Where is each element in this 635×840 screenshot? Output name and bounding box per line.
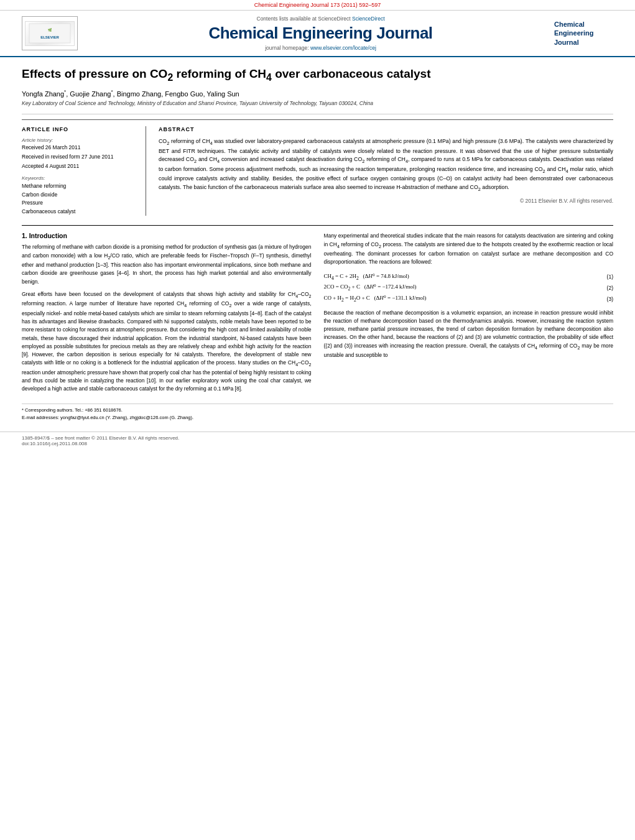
history-label: Article history: — [22, 137, 136, 143]
svg-text:🌿: 🌿 — [48, 28, 52, 32]
sciencedirect-link: Contents lists available at ScienceDirec… — [87, 16, 554, 22]
eq3-number: (3) — [595, 296, 613, 302]
journal-title: Chemical Engineering Journal — [87, 24, 554, 43]
revised-date: Received in revised form 27 June 2011 — [22, 154, 136, 160]
sciencedirect-url[interactable]: ScienceDirect — [352, 16, 384, 22]
article-info-label: ARTICLE INFO — [22, 126, 136, 132]
article-title: Effects of pressure on CO2 reforming of … — [22, 67, 613, 84]
eq2-number: (2) — [595, 285, 613, 291]
authors: Yongfa Zhang*, Guojie Zhang*, Bingmo Zha… — [22, 89, 613, 98]
issn-line: 1385-8947/$ – see front matter © 2011 El… — [22, 435, 613, 441]
article-info-abstract: ARTICLE INFO Article history: Received 2… — [22, 119, 613, 216]
equations: CH4 = C + 2H2 (ΔH⁰ = 74.8 kJ/mol) (1) 2C… — [324, 273, 614, 303]
footer-email: E-mail addresses: yongfaz@tyut.edu.cn (Y… — [22, 415, 613, 420]
abstract-label: ABSTRACT — [159, 126, 613, 132]
journal-citation: Chemical Engineering Journal 173 (2011) … — [254, 2, 381, 8]
copyright: © 2011 Elsevier B.V. All rights reserved… — [159, 198, 613, 204]
section1-heading: 1. Introduction — [22, 232, 312, 239]
main-content: Effects of pressure on CO2 reforming of … — [0, 57, 635, 432]
right-para1: Many experimental and theoretical studie… — [324, 232, 614, 266]
abstract-text: CO2 reforming of CH4 was studied over la… — [159, 137, 613, 193]
footer-notes: * Corresponding authors. Tel.: +86 351 6… — [22, 404, 613, 420]
logo-graphic: 🌿 ELSEVIER — [25, 21, 75, 46]
elsevier-logo-block: 🌿 ELSEVIER — [12, 16, 87, 50]
journal-citation-bar: Chemical Engineering Journal 173 (2011) … — [0, 0, 635, 11]
elsevier-logo-image: 🌿 ELSEVIER — [22, 16, 78, 50]
homepage-url[interactable]: www.elsevier.com/locate/cej — [310, 45, 376, 51]
svg-text:ELSEVIER: ELSEVIER — [40, 35, 59, 39]
header-left: 🌿 ELSEVIER — [12, 16, 87, 50]
abstract-col: ABSTRACT CO2 reforming of CH4 was studie… — [159, 126, 613, 216]
affiliation: Key Laboratory of Coal Science and Techn… — [22, 100, 613, 106]
intro-para2: Great efforts have been focused on the d… — [22, 290, 312, 394]
journal-title-side: ChemicalEngineeringJournal — [554, 20, 623, 47]
header-right: ChemicalEngineeringJournal — [554, 20, 623, 47]
svg-rect-0 — [29, 24, 70, 43]
equation-1: CH4 = C + 2H2 (ΔH⁰ = 74.8 kJ/mol) (1) — [324, 273, 614, 281]
keywords-label: Keywords: — [22, 175, 136, 181]
keywords-section: Keywords: Methane reforming Carbon dioxi… — [22, 175, 136, 216]
keyword-2: Carbon dioxide — [22, 191, 136, 200]
intro-para1: The reforming of methane with carbon dio… — [22, 243, 312, 285]
body-content: 1. Introduction The reforming of methane… — [22, 225, 613, 397]
received-date: Received 26 March 2011 — [22, 144, 136, 150]
right-para2: Because the reaction of methane decompos… — [324, 309, 614, 360]
journal-header: 🌿 ELSEVIER Contents lists available at S… — [0, 11, 635, 57]
header-center: Contents lists available at ScienceDirec… — [87, 16, 554, 51]
eq3-text: CO + H2 = H2O + C (ΔH⁰ = −131.1 kJ/mol) — [324, 295, 595, 303]
journal-homepage: journal homepage: www.elsevier.com/locat… — [87, 45, 554, 51]
elsevier-svg: 🌿 ELSEVIER — [28, 22, 72, 44]
article-info-col: ARTICLE INFO Article history: Received 2… — [22, 126, 146, 216]
eq1-text: CH4 = C + 2H2 (ΔH⁰ = 74.8 kJ/mol) — [324, 273, 595, 281]
equation-2: 2CO = CO2 + C (ΔH⁰ = −172.4 kJ/mol) (2) — [324, 284, 614, 292]
keyword-3: Pressure — [22, 199, 136, 208]
keyword-1: Methane reforming — [22, 182, 136, 191]
keyword-4: Carbonaceous catalyst — [22, 208, 136, 216]
footer-corresponding: * Corresponding authors. Tel.: +86 351 6… — [22, 407, 613, 413]
body-col-left: 1. Introduction The reforming of methane… — [22, 232, 312, 397]
equation-3: CO + H2 = H2O + C (ΔH⁰ = −131.1 kJ/mol) … — [324, 295, 614, 303]
bottom-bar: 1385-8947/$ – see front matter © 2011 El… — [0, 432, 635, 450]
eq2-text: 2CO = CO2 + C (ΔH⁰ = −172.4 kJ/mol) — [324, 284, 595, 292]
doi-line: doi:10.1016/j.cej.2011.08.008 — [22, 441, 613, 446]
eq1-number: (1) — [595, 274, 613, 280]
accepted-date: Accepted 4 August 2011 — [22, 163, 136, 169]
keywords-list: Methane reforming Carbon dioxide Pressur… — [22, 182, 136, 216]
body-col-right: Many experimental and theoretical studie… — [324, 232, 614, 397]
divider — [22, 114, 613, 114]
